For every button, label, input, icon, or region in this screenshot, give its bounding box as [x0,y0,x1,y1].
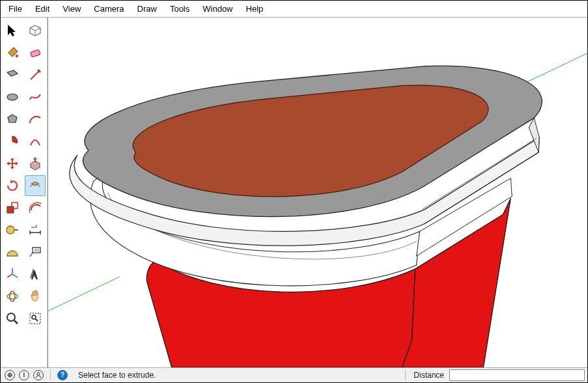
pie-tool[interactable] [2,131,23,152]
svg-point-15 [37,373,40,375]
protractor-tool[interactable] [2,242,23,262]
push-pull-tool[interactable] [25,153,46,174]
rotate-tool[interactable] [2,175,23,196]
model-viewport[interactable] [48,18,587,367]
orbit-tool[interactable] [2,286,23,307]
tool-palette: A1 [1,18,48,367]
pan-tool[interactable] [25,286,46,307]
menu-tools[interactable]: Tools [163,1,196,16]
rectangle-tool[interactable] [2,64,23,85]
status-bar: ⊕ i ? Select face to extrude. Distance [1,367,587,382]
menu-window[interactable]: Window [196,1,239,16]
vcb-input[interactable] [449,369,585,381]
paint-bucket-tool[interactable] [2,42,23,63]
vcb-label: Distance [408,371,449,380]
arc-tool[interactable] [25,109,46,130]
menu-edit[interactable]: Edit [29,1,56,16]
statusbar-separator-2 [405,370,406,380]
svg-point-10 [7,313,15,321]
geo-location-icon[interactable]: ⊕ [5,370,15,380]
menu-file[interactable]: File [2,1,29,16]
svg-point-9 [10,291,15,302]
eraser-tool[interactable] [25,42,46,63]
svg-text:A1: A1 [35,248,40,252]
text-tool[interactable]: A1 [25,242,46,262]
offset-tool[interactable] [25,197,46,218]
menu-draw[interactable]: Draw [131,1,163,16]
menubar: File Edit View Camera Draw Tools Window … [1,1,587,18]
svg-point-12 [32,315,36,319]
select-tool[interactable] [2,20,23,41]
statusbar-separator [50,370,51,380]
line-tool[interactable] [25,64,46,85]
menu-help[interactable]: Help [240,1,270,16]
two-point-arc-tool[interactable] [25,131,46,152]
move-tool[interactable] [2,153,23,174]
zoom-tool[interactable] [2,308,23,329]
zoom-extents-tool[interactable] [25,308,46,329]
user-icon[interactable] [33,370,44,380]
3d-text-tool[interactable] [25,264,46,285]
credits-icon[interactable]: i [19,370,29,380]
axes-tool[interactable] [2,264,23,285]
svg-rect-3 [7,206,14,213]
make-component-tool[interactable] [25,20,46,41]
freehand-tool[interactable] [25,87,46,107]
status-message: Select face to extrude. [72,371,402,380]
dimension-tool-1[interactable] [25,220,46,240]
help-icon[interactable]: ? [57,370,68,380]
circle-tool[interactable] [2,87,23,107]
svg-point-8 [7,294,18,299]
menu-view[interactable]: View [56,1,87,16]
tape-measure-tool[interactable] [2,220,23,240]
scale-tool[interactable] [2,197,23,218]
follow-me-tool[interactable] [25,175,46,196]
svg-point-5 [7,226,14,234]
svg-point-0 [16,55,18,57]
svg-rect-1 [30,50,40,57]
svg-point-2 [7,94,18,100]
menu-camera[interactable]: Camera [87,1,130,16]
svg-line-13 [48,277,120,311]
polygon-tool[interactable] [2,109,23,130]
